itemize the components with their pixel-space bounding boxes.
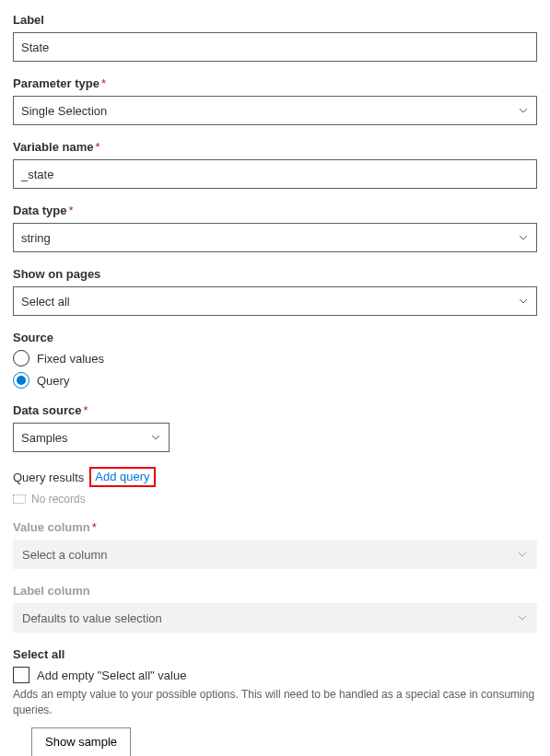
- no-records-text: No records: [31, 493, 86, 506]
- data-type-value: string: [21, 231, 51, 245]
- label-field-label: Label: [13, 13, 537, 27]
- source-radio-fixed[interactable]: Fixed values: [13, 350, 537, 366]
- variable-name-value: _state: [21, 168, 53, 181]
- data-source-value: Samples: [21, 431, 68, 445]
- label-column-select: Defaults to value selection: [13, 603, 537, 633]
- variable-name-label: Variable name*: [13, 140, 537, 154]
- data-source-label: Data source*: [13, 403, 537, 417]
- required-marker: *: [83, 403, 88, 417]
- value-column-placeholder: Select a column: [22, 548, 108, 562]
- data-type-select[interactable]: string: [13, 223, 537, 252]
- label-input[interactable]: State: [13, 32, 537, 62]
- radio-icon: [13, 350, 29, 366]
- show-on-pages-label: Show on pages: [13, 267, 537, 281]
- add-query-link[interactable]: Add query: [95, 470, 149, 483]
- chevron-down-icon: [518, 232, 529, 243]
- parameter-type-value: Single Selection: [21, 104, 107, 118]
- required-marker: *: [95, 140, 99, 154]
- chevron-down-icon: [150, 432, 161, 443]
- select-all-label: Select all: [13, 647, 537, 661]
- show-on-pages-value: Select all: [21, 295, 70, 308]
- label-column-label: Label column: [13, 584, 537, 598]
- source-fixed-label: Fixed values: [37, 352, 104, 366]
- chevron-down-icon: [517, 612, 528, 623]
- required-marker: *: [92, 520, 97, 534]
- table-icon: [13, 494, 26, 504]
- select-all-help: Adds an empty value to your possible opt…: [13, 687, 537, 718]
- data-type-label: Data type*: [13, 204, 537, 217]
- source-query-label: Query: [37, 374, 69, 388]
- parameter-type-label: Parameter type*: [13, 76, 537, 90]
- label-column-placeholder: Defaults to value selection: [22, 611, 162, 625]
- parameter-type-select[interactable]: Single Selection: [13, 96, 537, 125]
- data-source-select[interactable]: Samples: [13, 423, 170, 452]
- variable-name-input[interactable]: _state: [13, 159, 537, 189]
- value-column-label: Value column*: [13, 520, 537, 534]
- show-sample-button[interactable]: Show sample: [31, 727, 131, 756]
- chevron-down-icon: [517, 549, 528, 560]
- source-label: Source: [13, 331, 537, 344]
- add-query-highlight: Add query: [89, 467, 155, 487]
- radio-selected-icon: [13, 372, 29, 389]
- chevron-down-icon: [518, 105, 529, 116]
- select-all-checkbox-label: Add empty "Select all" value: [37, 669, 186, 682]
- value-column-select: Select a column: [13, 540, 537, 569]
- show-on-pages-select[interactable]: Select all: [13, 286, 537, 316]
- source-radio-query[interactable]: Query: [13, 372, 537, 389]
- no-records-row: No records: [13, 493, 537, 506]
- query-results-label: Query results: [13, 471, 84, 484]
- required-marker: *: [69, 204, 74, 217]
- label-value: State: [21, 41, 49, 54]
- chevron-down-icon: [518, 296, 529, 307]
- required-marker: *: [101, 76, 106, 90]
- select-all-checkbox[interactable]: [13, 667, 29, 683]
